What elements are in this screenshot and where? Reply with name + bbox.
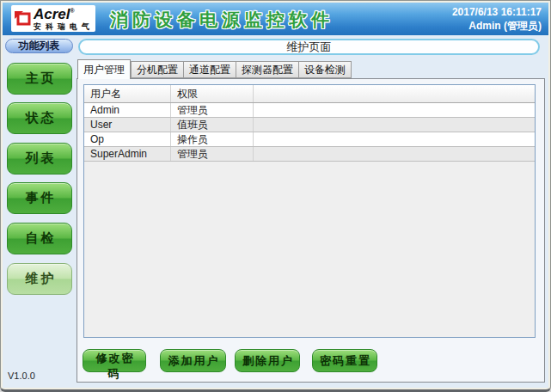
app-title: 消防设备电源监控软件 [110, 8, 334, 32]
version-label: V1.0.0 [8, 371, 35, 381]
sidebar-item-maintenance[interactable]: 维护 [7, 263, 72, 295]
registered-mark: ® [70, 8, 75, 14]
app-window: Acrel® 安科瑞电气 消防设备电源监控软件 2017/6/13 16:11:… [0, 0, 551, 392]
table-row[interactable]: SuperAdmin 管理员 [84, 147, 535, 162]
table-row[interactable]: User 值班员 [84, 118, 535, 132]
change-password-button[interactable]: 修改密码 [83, 349, 146, 372]
username-cell: Admin [84, 103, 171, 117]
datetime-label: 2017/6/13 16:11:17 [452, 5, 542, 19]
tab-detector-config[interactable]: 探测器配置 [236, 61, 299, 78]
table-row[interactable]: Op 操作员 [84, 132, 535, 147]
table-header-row: 用户名 权限 [84, 85, 535, 103]
delete-user-button[interactable]: 删除用户 [235, 349, 300, 372]
user-table: 用户名 权限 Admin 管理员 User 值班员 Op 操作员 SuperAd… [83, 84, 536, 338]
acrel-logo: Acrel® 安科瑞电气 [11, 5, 95, 32]
role-cell: 管理员 [171, 147, 254, 161]
tab-extension-config[interactable]: 分机配置 [131, 61, 184, 78]
add-user-button[interactable]: 添加用户 [160, 349, 226, 372]
username-cell: Op [84, 132, 171, 146]
brand-name: Acrel® [34, 7, 94, 21]
page-title: 维护页面 [78, 39, 540, 55]
role-cell: 操作员 [171, 132, 254, 146]
sidebar-header: 功能列表 [5, 39, 73, 53]
sidebar-item-home[interactable]: 主页 [7, 63, 72, 95]
role-cell: 管理员 [171, 103, 254, 117]
app-header: Acrel® 安科瑞电气 消防设备电源监控软件 2017/6/13 16:11:… [3, 3, 548, 35]
table-row[interactable]: Admin 管理员 [84, 103, 535, 118]
acrel-logo-icon [14, 10, 32, 27]
reset-password-button[interactable]: 密码重置 [312, 349, 377, 372]
tab-device-check[interactable]: 设备检测 [299, 61, 352, 78]
tab-page-user-management: 用户名 权限 Admin 管理员 User 值班员 Op 操作员 SuperAd… [77, 78, 545, 383]
column-header-filler [254, 85, 535, 102]
brand-subtitle: 安科瑞电气 [34, 23, 94, 31]
tab-channel-config[interactable]: 通道配置 [184, 61, 236, 78]
column-header-username[interactable]: 用户名 [84, 85, 171, 102]
tab-bar: 用户管理 分机配置 通道配置 探测器配置 设备检测 [77, 59, 352, 79]
sidebar-item-events[interactable]: 事件 [7, 182, 72, 214]
current-user-label: Admin (管理员) [452, 19, 542, 33]
sidebar-item-list[interactable]: 列表 [7, 143, 72, 175]
username-cell: SuperAdmin [84, 147, 171, 161]
tab-user-management[interactable]: 用户管理 [77, 59, 131, 79]
sidebar-item-selftest[interactable]: 自检 [7, 223, 72, 254]
column-header-role[interactable]: 权限 [171, 85, 254, 102]
sidebar-item-status[interactable]: 状态 [7, 102, 72, 134]
username-cell: User [84, 118, 171, 132]
role-cell: 值班员 [171, 118, 254, 132]
